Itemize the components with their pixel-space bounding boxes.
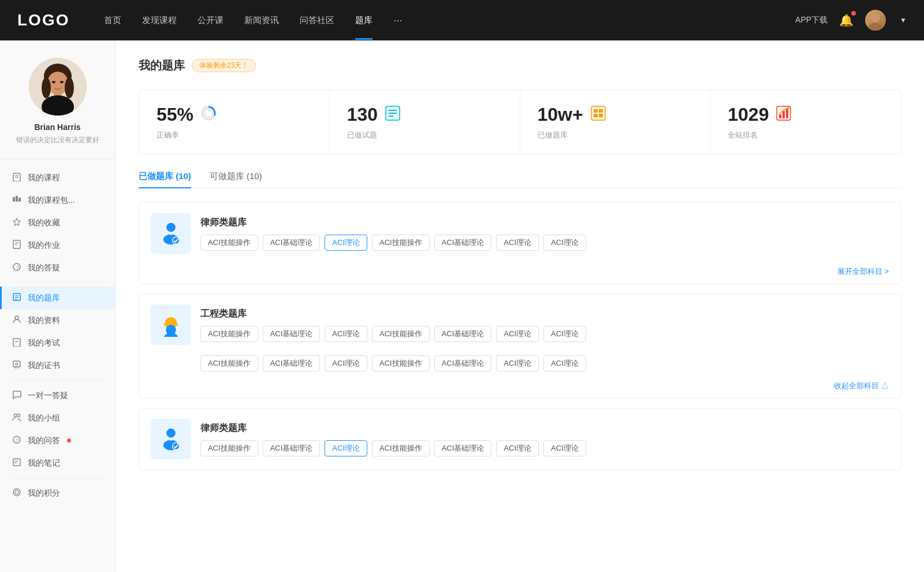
svg-point-74 — [173, 443, 180, 450]
notification-bell[interactable]: 🔔 — [839, 13, 854, 27]
svg-point-70 — [166, 429, 176, 438]
sidebar-label: 我的作业 — [28, 240, 60, 251]
page-title: 我的题库 — [139, 58, 185, 73]
notification-dot — [67, 439, 71, 443]
bank-icon-wrap — [151, 304, 191, 345]
svg-point-27 — [15, 316, 18, 320]
bank-tag[interactable]: ACI技能操作 — [200, 355, 258, 372]
nav-more-icon[interactable]: ··· — [393, 14, 402, 27]
bank-tag[interactable]: ACI基础理论 — [263, 326, 321, 342]
top-navigation: LOGO 首页 发现课程 公开课 新闻资讯 问答社区 题库 ··· APP下载 … — [0, 0, 924, 40]
bank-tag[interactable]: ACI理论 — [496, 326, 539, 342]
avatar[interactable] — [865, 10, 886, 31]
sidebar-item-question-bank[interactable]: 我的题库 — [0, 287, 115, 309]
stat-top: 130 — [347, 104, 502, 125]
stat-label: 全站排名 — [728, 130, 883, 140]
tab-available-banks[interactable]: 可做题库 (10) — [210, 171, 262, 188]
sidebar-label: 我的问答 — [28, 436, 60, 446]
expand-link[interactable]: 展开全部科目 > — [837, 266, 889, 277]
avatar-dropdown-icon[interactable]: ▼ — [900, 16, 907, 24]
bank-tag[interactable]: ACI技能操作 — [372, 235, 430, 251]
course-packages-icon — [12, 195, 22, 206]
bank-tag[interactable]: ACI理论 — [496, 235, 539, 251]
sidebar-item-course-packages[interactable]: 我的课程包... — [0, 189, 115, 211]
bank-card-header: 律师类题库 ACI技能操作 ACI基础理论 ACI理论 ACI技能操作 ACI基… — [139, 408, 900, 470]
bank-footer: 展开全部科目 > — [139, 264, 900, 284]
bank-tag[interactable]: ACI技能操作 — [200, 440, 258, 456]
bank-tag[interactable]: ACI理论 — [543, 235, 586, 251]
one-on-one-icon — [12, 390, 22, 401]
svg-rect-50 — [591, 106, 605, 120]
bank-tag[interactable]: ACI技能操作 — [372, 440, 430, 456]
tabs-row: 已做题库 (10) 可做题库 (10) — [139, 171, 901, 188]
svg-point-0 — [871, 13, 880, 23]
svg-rect-14 — [13, 197, 15, 202]
sidebar-profile: Brian Harris 错误的决定比没有决定要好 — [0, 58, 115, 159]
bank-tag[interactable]: ACI基础理论 — [434, 326, 492, 342]
sidebar-label: 我的积分 — [28, 488, 60, 499]
app-download-link[interactable]: APP下载 — [795, 15, 828, 25]
bank-tag[interactable]: ACI理论 — [325, 355, 367, 372]
bank-tag[interactable]: ACI理论 — [496, 355, 539, 372]
bank-tag[interactable]: ACI基础理论 — [263, 355, 321, 372]
nav-item-news[interactable]: 新闻资讯 — [244, 15, 279, 26]
sidebar-item-groups[interactable]: 我的小组 — [0, 407, 115, 429]
svg-text:?: ? — [16, 265, 19, 270]
bank-card-header: 工程类题库 ACI技能操作 ACI基础理论 ACI理论 ACI技能操作 ACI基… — [139, 294, 900, 355]
bank-tag-selected[interactable]: ACI理论 — [325, 440, 367, 456]
svg-point-1 — [868, 23, 883, 31]
nav-item-open-course[interactable]: 公开课 — [198, 15, 223, 26]
bank-tag[interactable]: ACI基础理论 — [263, 440, 321, 456]
bank-tag[interactable]: ACI基础理论 — [263, 235, 321, 251]
main-content: 我的题库 体验剩余23天！ 55% 正确率 — [116, 40, 924, 572]
sidebar-item-one-on-one[interactable]: 一对一答疑 — [0, 384, 115, 407]
grid-icon — [590, 105, 606, 125]
sidebar-item-notes[interactable]: 我的笔记 — [0, 452, 115, 474]
sidebar-avatar — [29, 58, 87, 116]
sidebar-item-my-courses[interactable]: 我的课程 — [0, 166, 115, 189]
sidebar-item-certificates[interactable]: 我的证书 — [0, 354, 115, 377]
points-icon — [12, 488, 22, 499]
bank-tag[interactable]: ACI理论 — [496, 440, 539, 456]
bank-footer: 收起全部科目 △ — [139, 378, 900, 398]
bank-card-title: 律师类题库 — [200, 422, 889, 434]
nav-item-qa[interactable]: 问答社区 — [300, 15, 334, 26]
bank-tag[interactable]: ACI基础理论 — [434, 235, 492, 251]
nav-item-discover[interactable]: 发现课程 — [142, 15, 177, 26]
bank-tag[interactable]: ACI理论 — [543, 440, 586, 456]
svg-rect-56 — [779, 114, 781, 118]
bank-tag[interactable]: ACI理论 — [325, 326, 367, 342]
bank-tag[interactable]: ACI理论 — [543, 326, 586, 342]
nav-item-home[interactable]: 首页 — [104, 15, 121, 26]
stat-questions-done: 130 已做试题 — [330, 90, 520, 154]
bank-tag-selected[interactable]: ACI理论 — [325, 235, 367, 251]
lawyer-icon — [159, 221, 183, 246]
sidebar-item-points[interactable]: 我的积分 — [0, 482, 115, 504]
bank-tag[interactable]: ACI技能操作 — [200, 235, 258, 251]
bank-tag[interactable]: ACI技能操作 — [372, 326, 430, 342]
bank-tag[interactable]: ACI技能操作 — [200, 326, 258, 342]
bank-card-body: 工程类题库 ACI技能操作 ACI基础理论 ACI理论 ACI技能操作 ACI基… — [200, 308, 889, 342]
sidebar-item-qa-answers[interactable]: ? 我的答疑 — [0, 257, 115, 279]
sidebar-item-exams[interactable]: 我的考试 — [0, 332, 115, 354]
svg-rect-51 — [594, 109, 598, 113]
sidebar-tagline: 错误的决定比没有决定要好 — [12, 135, 103, 145]
svg-point-59 — [787, 107, 789, 109]
bank-tag[interactable]: ACI理论 — [543, 355, 586, 372]
bank-tag[interactable]: ACI技能操作 — [372, 355, 430, 372]
collapse-link[interactable]: 收起全部科目 △ — [834, 381, 889, 391]
tab-done-banks[interactable]: 已做题库 (10) — [139, 171, 191, 188]
nav-item-bank[interactable]: 题库 — [355, 15, 372, 26]
sidebar-item-profile[interactable]: 我的资料 — [0, 309, 115, 332]
sidebar-label: 我的答疑 — [28, 263, 60, 273]
sidebar-item-my-questions[interactable]: ? 我的问答 — [0, 429, 115, 452]
logo[interactable]: LOGO — [17, 11, 69, 29]
sidebar-item-favorites[interactable]: 我的收藏 — [0, 211, 115, 234]
sidebar-item-homework[interactable]: 我的作业 — [0, 234, 115, 257]
svg-rect-52 — [599, 109, 603, 113]
sidebar-label: 我的课程 — [28, 173, 60, 183]
bank-tag[interactable]: ACI基础理论 — [434, 355, 492, 372]
svg-point-9 — [52, 81, 55, 83]
svg-rect-38 — [13, 459, 20, 466]
bank-tag[interactable]: ACI基础理论 — [434, 440, 492, 456]
